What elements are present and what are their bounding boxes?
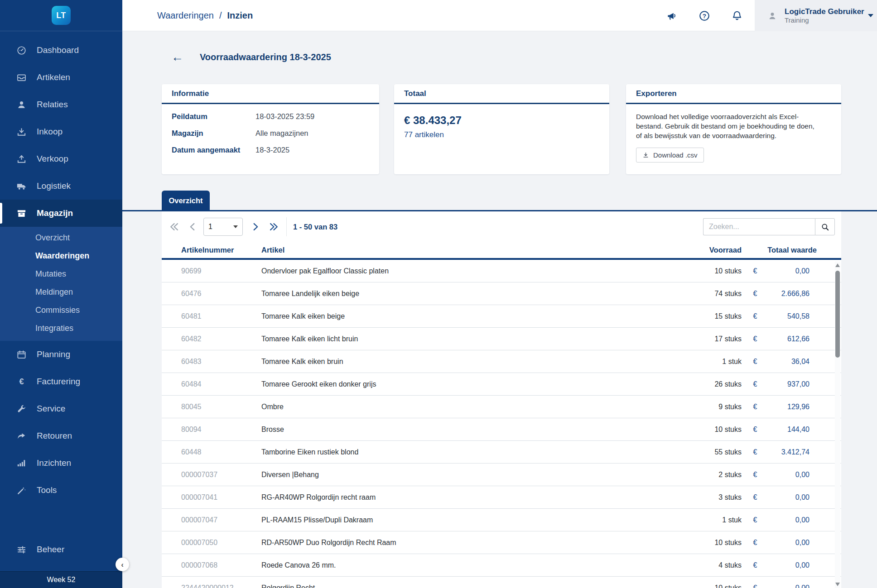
info-label: Magazijn bbox=[172, 129, 255, 138]
truck-icon bbox=[16, 181, 27, 191]
waarde-cell: 937,00 bbox=[769, 380, 810, 388]
sidebar-item[interactable]: Planning bbox=[0, 341, 122, 368]
table-row[interactable]: 60484 Tomaree Gerookt eiken donker grijs… bbox=[162, 373, 841, 396]
sidebar-item-label: Planning bbox=[37, 349, 70, 359]
artikel-cell: RD-AR50WP Duo Rolgordijn Recht Raam bbox=[261, 539, 683, 547]
currency-cell: € bbox=[742, 267, 769, 275]
artikel-cell: Tomaree Landelijk eiken beige bbox=[261, 290, 683, 298]
scroll-up-icon[interactable] bbox=[835, 263, 840, 267]
card-informatie: Informatie Peildatum 18-03-2025 23:59 Ma… bbox=[162, 84, 379, 174]
page-select[interactable]: 1 bbox=[203, 218, 243, 236]
sidebar-item[interactable]: Relaties bbox=[0, 91, 122, 118]
artikelnummer-cell: 000007041 bbox=[181, 493, 261, 502]
sidebar-item-label: Artikelen bbox=[37, 72, 70, 82]
sidebar-item-label: Inzichten bbox=[37, 458, 71, 468]
week-label: Week 52 bbox=[47, 576, 76, 584]
voorraad-cell: 74 stuks bbox=[683, 290, 742, 298]
download-icon bbox=[642, 152, 649, 158]
submenu-item-label: Mutaties bbox=[35, 269, 66, 279]
sidebar-item[interactable]: Retouren bbox=[0, 422, 122, 449]
sidebar-item[interactable]: Facturering bbox=[0, 368, 122, 395]
sidebar-item[interactable]: Dashboard bbox=[0, 37, 122, 64]
voorraad-cell: 3 stuks bbox=[683, 493, 742, 502]
back-arrow-icon[interactable]: ← bbox=[171, 51, 183, 63]
sidebar-item[interactable]: Tools bbox=[0, 477, 122, 504]
download-csv-button[interactable]: Download .csv bbox=[636, 148, 704, 163]
magic-wand-icon bbox=[16, 485, 27, 496]
sidebar-item-magazijn[interactable]: Magazijn bbox=[0, 200, 122, 227]
title-row: ← Voorraadwaardering 18-3-2025 bbox=[171, 51, 331, 63]
next-page-button[interactable] bbox=[249, 220, 262, 233]
help-icon[interactable] bbox=[699, 10, 710, 22]
table-row[interactable]: 80094 Brosse 10 stuks € 144,40 bbox=[162, 418, 841, 441]
column-header-totaal-waarde[interactable]: Totaal waarde bbox=[742, 246, 817, 254]
waarde-cell: 0,00 bbox=[769, 584, 810, 588]
currency-cell: € bbox=[742, 471, 769, 479]
table-row[interactable]: 60482 Tomaree Kalk eiken licht bruin 17 … bbox=[162, 328, 841, 350]
submenu-item-label: Waarderingen bbox=[35, 251, 89, 261]
previous-page-button[interactable] bbox=[186, 220, 199, 233]
person-icon bbox=[16, 100, 27, 110]
sidebar-item[interactable]: Inkoop bbox=[0, 118, 122, 145]
last-page-button[interactable] bbox=[267, 220, 280, 233]
logictrade-logo[interactable]: LT bbox=[52, 6, 71, 25]
voorraad-cell: 4 stuks bbox=[683, 561, 742, 569]
submenu-item[interactable]: Overzicht bbox=[0, 229, 122, 247]
breadcrumb-parent[interactable]: Waarderingen bbox=[157, 10, 214, 21]
currency-cell: € bbox=[742, 358, 769, 366]
sidebar-item[interactable]: Inzichten bbox=[0, 449, 122, 477]
voorraad-cell: 55 stuks bbox=[683, 448, 742, 456]
sidebar-item[interactable]: Artikelen bbox=[0, 64, 122, 91]
sidebar-item-beheer[interactable]: Beheer bbox=[0, 536, 122, 563]
submenu-item[interactable]: Mutaties bbox=[0, 265, 122, 283]
table-row[interactable]: 000007050 RD-AR50WP Duo Rolgordijn Recht… bbox=[162, 531, 841, 554]
submenu-item[interactable]: Integraties bbox=[0, 319, 122, 337]
submenu-item-label: Integraties bbox=[35, 324, 73, 333]
table-scrollbar[interactable] bbox=[835, 262, 840, 588]
search-input[interactable] bbox=[703, 218, 815, 235]
artikelnummer-cell: 000007037 bbox=[181, 471, 261, 479]
table-row[interactable]: 000007068 Roede Canova 26 mm. 4 stuks € … bbox=[162, 554, 841, 577]
table-row[interactable]: 60448 Tamborine Eiken rustiek blond 55 s… bbox=[162, 441, 841, 464]
table-row[interactable]: 60476 Tomaree Landelijk eiken beige 74 s… bbox=[162, 282, 841, 305]
artikelnummer-cell: 60481 bbox=[181, 312, 261, 320]
voorraad-cell: 1 stuk bbox=[683, 516, 742, 524]
column-header-artikelnummer[interactable]: Artikelnummer bbox=[181, 246, 261, 254]
logo-text: LT bbox=[56, 11, 66, 20]
scrollbar-thumb[interactable] bbox=[835, 271, 840, 358]
sidebar-item[interactable]: Logistiek bbox=[0, 172, 122, 200]
artikelnummer-cell: 000007050 bbox=[181, 539, 261, 547]
table-row[interactable]: 80045 Ombre 9 stuks € 129,96 bbox=[162, 396, 841, 418]
table-row[interactable]: 000007041 RG-AR40WP Rolgordijn recht raa… bbox=[162, 486, 841, 509]
table-row[interactable]: 000007047 PL-RAAM15 Plisse/Dupli Dakraam… bbox=[162, 509, 841, 531]
tab-overzicht[interactable]: Overzicht bbox=[162, 191, 210, 210]
table-row[interactable]: 60481 Tomaree Kalk eiken beige 15 stuks … bbox=[162, 305, 841, 328]
submenu-item[interactable]: Meldingen bbox=[0, 283, 122, 301]
scroll-down-icon[interactable] bbox=[835, 583, 840, 586]
sidebar-item[interactable]: Service bbox=[0, 395, 122, 422]
sidebar-item[interactable]: Verkoop bbox=[0, 145, 122, 172]
search-button[interactable] bbox=[815, 218, 835, 235]
bell-icon[interactable] bbox=[731, 10, 743, 22]
download-csv-label: Download .csv bbox=[653, 151, 698, 159]
voorraad-cell: 9 stuks bbox=[683, 403, 742, 411]
user-menu[interactable]: LogicTrade Gebruiker Training bbox=[755, 0, 877, 31]
first-page-button[interactable] bbox=[168, 220, 181, 233]
table-row[interactable]: 2244420000012 Rolgordijn Recht 10 stuks … bbox=[162, 577, 841, 588]
table-row[interactable]: 000007037 Diversen |Behang 2 stuks € 0,0… bbox=[162, 464, 841, 486]
submenu-item[interactable]: Waarderingen bbox=[0, 247, 122, 265]
megaphone-icon[interactable] bbox=[666, 10, 678, 22]
submenu-item[interactable]: Commissies bbox=[0, 301, 122, 319]
table-row[interactable]: 60483 Tomaree Kalk eiken bruin 1 stuk € … bbox=[162, 350, 841, 373]
submenu-item-label: Overzicht bbox=[35, 233, 70, 243]
artikel-cell: PL-RAAM15 Plisse/Dupli Dakraam bbox=[261, 516, 683, 524]
sidebar-item-label: Dashboard bbox=[37, 45, 79, 55]
voorraad-cell: 15 stuks bbox=[683, 312, 742, 320]
sidebar-collapse-button[interactable]: ‹ bbox=[116, 558, 129, 571]
chevron-down-icon bbox=[233, 225, 238, 228]
column-header-artikel[interactable]: Artikel bbox=[261, 246, 683, 254]
column-header-voorraad[interactable]: Voorraad bbox=[683, 246, 742, 254]
voorraad-cell: 10 stuks bbox=[683, 584, 742, 588]
table-row[interactable]: 90699 Ondervloer pak Egalfloor Classic p… bbox=[162, 260, 841, 282]
artikel-cell: Ombre bbox=[261, 403, 683, 411]
